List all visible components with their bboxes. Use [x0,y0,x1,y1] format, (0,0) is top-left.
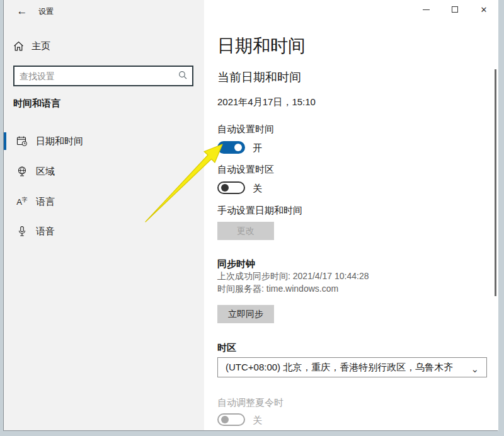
sidebar-item-home[interactable]: 主页 [13,37,195,55]
dst-label: 自动调整夏令时 [217,397,284,409]
timezone-heading: 时区 [217,342,236,354]
settings-window: ← 设置 主页 时间和语言 日期和时间 [3,0,498,431]
dst-state: 关 [253,415,262,427]
main-pane: ✕ 日期和时间 当前日期和时间 2021年4月17日，15:10 自动设置时间 … [204,0,498,430]
sync-heading: 同步时钟 [217,258,255,270]
manual-datetime-label: 手动设置日期和时间 [217,205,302,217]
current-datetime-value: 2021年4月17日，15:10 [217,96,316,108]
close-icon: ✕ [481,5,488,14]
search-input[interactable] [14,71,173,81]
caption-buttons: ✕ [411,0,498,19]
sidebar-item-date-time[interactable]: 日期和时间 [4,131,204,151]
back-arrow-icon: ← [17,5,28,17]
home-label: 主页 [32,40,50,52]
selected-accent-bar [4,132,6,150]
sidebar-item-language[interactable]: A字 语言 [4,192,204,212]
home-icon [13,40,24,52]
sidebar-item-speech[interactable]: 语音 [4,221,204,241]
auto-timezone-label: 自动设置时区 [217,164,274,176]
timezone-select[interactable]: (UTC+08:00) 北京，重庆，香港特别行政区，乌鲁木齐 ⌄ [217,357,487,377]
vertical-scrollbar[interactable] [495,69,496,296]
chevron-down-icon: ⌄ [471,364,479,375]
language-icon: A字 [16,196,28,207]
auto-time-label: 自动设置时间 [217,123,274,135]
sync-now-button[interactable]: 立即同步 [217,305,274,323]
close-button[interactable]: ✕ [469,0,498,19]
sidebar: ← 设置 主页 时间和语言 日期和时间 [4,0,204,430]
sidebar-item-label: 语言 [36,196,55,208]
sidebar-item-label: 区域 [36,166,55,178]
search-box[interactable] [13,66,193,86]
microphone-icon [16,226,28,237]
calendar-clock-icon [16,135,28,147]
time-server-text: 时间服务器: time.windows.com [217,284,338,295]
auto-time-toggle[interactable] [217,141,245,154]
sidebar-item-region[interactable]: 区域 [4,161,204,181]
sidebar-item-label: 日期和时间 [36,135,83,147]
maximize-icon [452,6,458,13]
current-datetime-heading: 当前日期和时间 [217,69,301,86]
change-button: 更改 [217,222,274,240]
minimize-icon [423,9,430,10]
window-title: 设置 [38,6,54,17]
globe-icon [16,166,28,177]
sidebar-section-title: 时间和语言 [13,98,60,110]
sidebar-item-label: 语音 [36,226,55,238]
dst-toggle [217,413,245,426]
auto-time-state: 开 [253,142,262,154]
maximize-button[interactable] [440,0,469,19]
auto-timezone-toggle[interactable] [217,181,245,194]
search-icon[interactable] [173,71,192,82]
back-button[interactable]: ← [13,3,32,20]
page-title: 日期和时间 [217,34,306,58]
auto-timezone-state: 关 [253,183,262,195]
minimize-button[interactable] [411,0,440,19]
last-sync-text: 上次成功同步时间: 2021/4/17 10:44:28 [217,271,369,282]
timezone-selected-option: (UTC+08:00) 北京，重庆，香港特别行政区，乌鲁木齐 [226,362,453,374]
